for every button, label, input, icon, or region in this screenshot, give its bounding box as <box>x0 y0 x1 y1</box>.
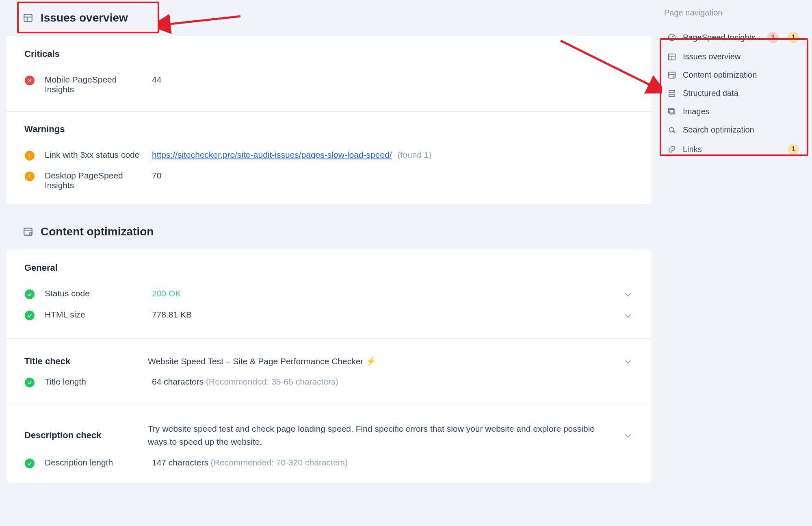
check-icon <box>24 458 35 469</box>
row-label: Status code <box>45 289 142 298</box>
link-icon <box>667 145 676 154</box>
section-head-content-optimization: Content optimization <box>6 214 651 250</box>
section-head-issues-overview: Issues overview <box>6 0 651 36</box>
nav-badge: 1 <box>788 143 799 155</box>
divider <box>6 338 651 339</box>
value-hint: (Recommended: 70-320 characters) <box>211 458 348 467</box>
warning-icon <box>24 171 35 182</box>
warning-label: Link with 3xx status code <box>45 150 142 160</box>
value-text: 147 characters <box>152 458 211 467</box>
warning-row: Desktop PageSpeed Insights 70 <box>24 166 633 195</box>
chevron-down-icon[interactable] <box>623 311 633 321</box>
svg-rect-9 <box>24 228 32 235</box>
warnings-heading: Warnings <box>24 124 633 135</box>
svg-rect-19 <box>669 90 675 93</box>
row-value: 147 characters (Recommended: 70-320 char… <box>152 458 633 467</box>
title-length-row: Title length 64 characters (Recommended:… <box>24 372 633 393</box>
warning-value: 70 <box>152 171 633 180</box>
svg-rect-13 <box>669 54 676 60</box>
nav-item-issues-overview[interactable]: Issues overview <box>664 48 802 66</box>
description-check-heading: Description check <box>24 430 138 441</box>
nav-item-search-optimization[interactable]: Search optimization <box>664 121 802 139</box>
nav-item-label: Structured data <box>683 89 799 98</box>
nav-item-links[interactable]: Links1 <box>664 139 802 159</box>
layout-icon <box>667 52 676 61</box>
title-check-heading: Title check <box>24 356 138 367</box>
layout-icon <box>23 13 33 23</box>
title-check-header: Title check Website Speed Test – Site & … <box>24 351 633 372</box>
row-value: 64 characters (Recommended: 35-65 charac… <box>152 377 633 387</box>
images-icon <box>667 107 676 116</box>
warning-link[interactable]: https://sitechecker.pro/site-audit-issue… <box>152 150 392 159</box>
check-icon <box>24 377 35 388</box>
svg-rect-20 <box>669 94 675 96</box>
chevron-down-icon[interactable] <box>623 289 633 300</box>
title-check-value: Website Speed Test – Site & Page Perform… <box>148 356 613 366</box>
warning-found: (found 1) <box>397 150 431 159</box>
value-hint: (Recommended: 35-65 characters) <box>206 377 338 386</box>
chevron-down-icon[interactable] <box>623 356 633 367</box>
layout-gear-icon <box>23 226 33 237</box>
divider <box>6 111 651 112</box>
nav-item-images[interactable]: Images <box>664 102 802 121</box>
nav-badge: 1 <box>788 32 799 43</box>
chevron-down-icon[interactable] <box>623 430 633 441</box>
row-value: 778.81 KB <box>152 310 613 320</box>
svg-rect-0 <box>24 14 32 21</box>
sidebar-title: Page navigation <box>664 8 802 17</box>
nav-item-label: Content optimization <box>683 70 799 80</box>
nav-badge: 1 <box>767 32 779 43</box>
critical-value: 44 <box>152 75 633 85</box>
row-value: 200 OK <box>152 289 613 298</box>
description-length-row: Description length 147 characters (Recom… <box>24 453 633 474</box>
nav-item-label: PageSpeed Insights <box>683 33 761 42</box>
nav-item-content-optimization[interactable]: Content optimization <box>664 66 802 84</box>
divider <box>6 405 651 405</box>
svg-point-11 <box>29 233 32 235</box>
issues-overview-card: Criticals Mobile PageSpeed Insights 44 W… <box>6 36 651 204</box>
status-code-row: Status code 200 OK <box>24 284 633 305</box>
row-label: Description length <box>45 458 142 467</box>
row-label: HTML size <box>45 310 142 320</box>
critical-label: Mobile PageSpeed Insights <box>45 75 142 94</box>
nav-item-structured-data[interactable]: Structured data <box>664 84 802 102</box>
warning-label: Desktop PageSpeed Insights <box>45 171 142 190</box>
row-label: Title length <box>45 377 142 387</box>
critical-row: Mobile PageSpeed Insights 44 <box>24 70 633 99</box>
svg-point-23 <box>669 127 674 132</box>
check-icon <box>24 289 35 300</box>
check-icon <box>24 310 35 321</box>
warning-row: Link with 3xx status code https://sitech… <box>24 145 633 166</box>
description-check-header: Description check Try website speed test… <box>24 417 633 453</box>
page-navigation-sidebar: Page navigation PageSpeed Insights11Issu… <box>658 0 812 526</box>
description-check-value: Try website speed test and check page lo… <box>148 422 613 448</box>
nav-item-pagespeed-insights[interactable]: PageSpeed Insights11 <box>664 27 802 48</box>
nav-item-label: Images <box>683 107 799 116</box>
svg-rect-16 <box>669 72 676 78</box>
value-text: 64 characters <box>152 377 206 386</box>
search-icon <box>667 126 676 135</box>
nav-item-label: Issues overview <box>683 52 799 61</box>
gauge-icon <box>667 33 676 42</box>
general-heading: General <box>24 263 633 273</box>
nav-item-label: Links <box>683 145 781 154</box>
warning-value: https://sitechecker.pro/site-audit-issue… <box>152 150 633 160</box>
svg-point-18 <box>673 76 676 78</box>
html-size-row: HTML size 778.81 KB <box>24 305 633 326</box>
content-optimization-card: General Status code 200 OK HTML size 778… <box>6 250 651 483</box>
stack-icon <box>667 89 676 98</box>
criticals-heading: Criticals <box>24 49 633 59</box>
section-title: Content optimization <box>41 225 154 238</box>
layout-gear-icon <box>667 71 676 80</box>
svg-line-24 <box>673 131 675 133</box>
nav-item-label: Search optimization <box>683 125 799 135</box>
section-title: Issues overview <box>41 11 128 24</box>
warning-icon <box>24 150 35 161</box>
error-icon <box>24 75 35 86</box>
